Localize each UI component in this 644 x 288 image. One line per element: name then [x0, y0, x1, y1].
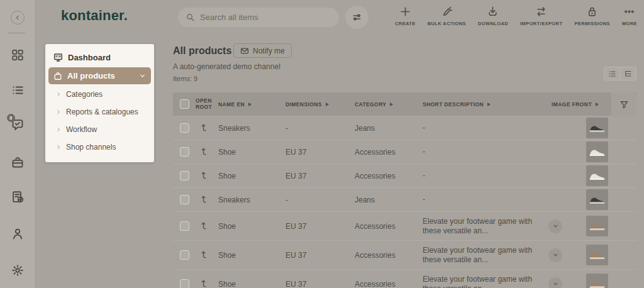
open-root-icon[interactable] — [199, 249, 209, 259]
more-button[interactable]: MORE — [621, 4, 638, 28]
page-title: All products — [173, 45, 231, 57]
product-image-front[interactable] — [586, 274, 608, 288]
sort-arrow-icon — [390, 102, 393, 106]
chat-notifications-icon[interactable]: 3 — [11, 118, 24, 131]
table-row[interactable]: Shoe EU 37 Accessories - — [173, 140, 636, 164]
nav-panel: Dashboard All products Categories — [45, 44, 154, 162]
cell-name-en: Shoe — [218, 251, 286, 260]
open-root-icon[interactable] — [199, 122, 209, 132]
open-root-icon[interactable] — [199, 278, 209, 288]
table-row[interactable]: Shoe EU 37 Accessories - — [173, 164, 636, 188]
cell-dimensions: - — [286, 124, 355, 133]
table-row[interactable]: Shoe EU 37 Accessories Elevate your foot… — [173, 212, 636, 241]
product-image-front[interactable] — [586, 141, 608, 162]
notify-me-button[interactable]: Notify me — [233, 43, 292, 58]
cell-dimensions: EU 37 — [286, 172, 355, 180]
chevron-right-icon — [56, 145, 61, 150]
products-table: OPEN ROOT NAME EN DIMENSIONS CATEGORY SH… — [173, 92, 636, 288]
chevron-right-icon — [56, 109, 61, 114]
search-filters-button[interactable] — [345, 6, 369, 29]
notification-badge: 3 — [7, 114, 15, 122]
brand-logo: kontainer. — [35, 8, 154, 24]
column-filter-button[interactable] — [611, 92, 636, 116]
product-image-front[interactable] — [586, 165, 608, 186]
settings-gear-icon[interactable] — [11, 264, 24, 277]
chevron-down-icon — [552, 252, 559, 258]
product-image-front[interactable] — [586, 118, 608, 138]
cell-category: Accessories — [355, 172, 423, 180]
expand-description-button[interactable] — [548, 277, 562, 288]
table-row[interactable]: Sneakers - Jeans - — [173, 116, 636, 140]
product-image-front[interactable] — [586, 189, 608, 210]
sidebar-item-dashboard[interactable]: Dashboard — [48, 49, 151, 66]
briefcase-icon[interactable] — [11, 156, 24, 169]
permissions-button[interactable]: PERMISSIONS — [574, 4, 611, 28]
row-checkbox[interactable] — [180, 195, 189, 204]
open-root-icon[interactable] — [199, 220, 209, 230]
list-view-button[interactable] — [604, 67, 620, 80]
open-root-icon[interactable] — [199, 146, 209, 156]
rail-divider — [8, 33, 25, 33]
apps-grid-icon[interactable] — [11, 49, 23, 61]
list-menu-icon[interactable] — [11, 84, 23, 96]
envelope-icon — [240, 47, 249, 55]
sidebar-item-all-products[interactable]: All products — [48, 67, 151, 84]
table-row[interactable]: Sneakers - Jeans - — [173, 188, 636, 212]
import-export-button[interactable]: IMPORT/EXPORT — [519, 4, 563, 28]
product-image-front[interactable] — [586, 216, 608, 236]
channel-description: A auto-generated demo channel — [173, 62, 280, 71]
column-header-category[interactable]: CATEGORY — [355, 101, 423, 108]
funnel-icon — [619, 100, 629, 109]
chevron-left-icon — [14, 14, 21, 21]
sidebar-item-categories[interactable]: Categories — [48, 86, 151, 103]
download-icon — [487, 6, 499, 18]
plus-icon — [399, 6, 411, 18]
create-button[interactable]: CREATE — [394, 4, 416, 28]
cell-category: Accessories — [355, 148, 423, 157]
cell-name-en: Shoe — [218, 280, 286, 288]
sidebar-item-label: All products — [67, 71, 115, 80]
cell-name-en: Shoe — [218, 148, 286, 157]
wand-icon — [441, 6, 453, 18]
row-checkbox[interactable] — [180, 171, 189, 180]
toolbar-actions: CREATE BULK ACTIONS DOWNLOAD — [394, 4, 638, 28]
document-check-icon[interactable] — [11, 191, 24, 203]
search-input[interactable] — [200, 13, 331, 22]
sort-arrow-icon — [487, 102, 491, 106]
cell-category: Jeans — [355, 196, 423, 204]
sidebar-item-label: Reports & catalogues — [66, 108, 138, 116]
sidebar-item-shop-channels[interactable]: Shop channels — [48, 138, 151, 156]
open-root-icon[interactable] — [199, 194, 209, 204]
row-checkbox[interactable] — [180, 123, 189, 133]
expand-description-button[interactable] — [548, 248, 562, 262]
cell-short-description: - — [423, 147, 548, 156]
search-bar — [178, 8, 339, 27]
column-header-short-description[interactable]: SHORT DESCRIPTION — [423, 101, 548, 108]
table-row[interactable]: Shoe EU 37 Accessories Elevate your foot… — [173, 241, 636, 270]
expand-description-button[interactable] — [548, 219, 562, 233]
bulk-actions-button[interactable]: BULK ACTIONS — [427, 4, 467, 28]
column-header-name-en[interactable]: NAME EN — [218, 101, 286, 108]
product-image-front[interactable] — [586, 245, 608, 265]
sidebar-item-reports-catalogues[interactable]: Reports & catalogues — [48, 103, 151, 121]
open-root-icon[interactable] — [199, 170, 209, 180]
row-checkbox[interactable] — [180, 147, 189, 157]
dashboard-monitor-icon — [53, 53, 63, 62]
table-header: OPEN ROOT NAME EN DIMENSIONS CATEGORY SH… — [173, 92, 636, 116]
table-row[interactable]: Shoe EU 37 Accessories Elevate your foot… — [173, 270, 636, 288]
tree-view-button[interactable] — [620, 67, 636, 80]
row-checkbox[interactable] — [180, 221, 189, 231]
sidebar-item-workflow[interactable]: Workflow — [48, 121, 151, 138]
cell-short-description: - — [423, 123, 548, 132]
arrows-swap-icon — [535, 6, 547, 18]
collapse-sidebar-button[interactable] — [11, 11, 25, 25]
column-header-dimensions[interactable]: DIMENSIONS — [286, 101, 355, 108]
download-button[interactable]: DOWNLOAD — [477, 4, 509, 28]
row-checkbox[interactable] — [180, 279, 189, 288]
user-icon[interactable] — [11, 228, 24, 240]
chevron-right-icon — [56, 92, 61, 97]
select-all-checkbox[interactable] — [180, 99, 189, 109]
row-checkbox[interactable] — [180, 250, 189, 260]
cell-dimensions: EU 37 — [286, 251, 355, 260]
main-content: CREATE BULK ACTIONS DOWNLOAD — [154, 0, 644, 288]
